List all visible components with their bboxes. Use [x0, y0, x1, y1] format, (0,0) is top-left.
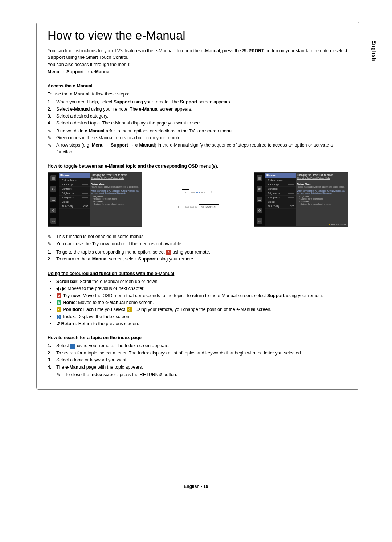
osd-icon: ▦ [50, 175, 56, 181]
section-access-heading: Access the e-Manual [48, 83, 348, 89]
a-button-icon: a [182, 189, 189, 195]
d-key-icon: } [70, 344, 75, 349]
coloured-list: Scroll bar: Scroll the e-Manual screen u… [48, 278, 348, 328]
osd-panel-left: ▦◐☁⚙▭ Picture Picture Mode Back Light Co… [48, 172, 142, 227]
osd-panel-right: ▦◐☁⚙▭ Picture Picture Mode Back Light Co… [254, 172, 348, 227]
access-steps: 1.When you need help, select Support usi… [48, 99, 348, 127]
left-arrow-icon [56, 287, 59, 291]
b-key-icon: b [57, 300, 61, 305]
osd-menu-list: Picture Picture Mode Back Light Contrast… [59, 173, 90, 226]
support-btn-label: SUPPORT [242, 48, 264, 53]
osd-content-left: Changing the Preset Picture Mode Changin… [90, 173, 142, 226]
toggle-notes: This function is not enabled in some men… [48, 233, 348, 247]
page-footer: English - 19 [0, 484, 392, 489]
arrow-left-icon: ← [176, 203, 183, 211]
arrow-right-icon: → [207, 188, 214, 196]
toggle-steps: 1.To go to the topic's corresponding men… [48, 249, 348, 263]
return-icon: ↺ [159, 371, 162, 378]
d-key-icon: } [57, 315, 61, 319]
osd-arrows: a → ← SUPPORT [146, 188, 250, 211]
side-language-tab: English [371, 40, 377, 61]
page-title: How to view the e-Manual [48, 29, 348, 42]
support-button-icon: SUPPORT [199, 204, 220, 210]
c-key-icon: { [57, 307, 61, 312]
return-icon: ↺ [56, 320, 60, 327]
search-steps: 1.Select } using your remote. The Index … [48, 342, 348, 378]
a-key-icon: a [57, 293, 61, 298]
a-key-icon: a [166, 250, 171, 255]
page-frame: English How to view the e-Manual You can… [36, 22, 359, 390]
section-toggle-heading: How to toggle between an e-Manual topic … [48, 164, 348, 169]
osd-illustration: ▦◐☁⚙▭ Picture Picture Mode Back Light Co… [48, 172, 348, 227]
intro-access-line: You can also access it through the menu: [48, 61, 348, 68]
access-notes: Blue words in e-Manual refer to menu opt… [48, 128, 348, 156]
menu-path: Menu → Support → e-Manual [48, 69, 348, 75]
osd-side-icons: ▦◐☁⚙▭ [48, 173, 59, 226]
intro-text: You can find instructions for your TV's … [48, 48, 242, 53]
intro-block: You can find instructions for your TV's … [48, 48, 348, 75]
section-search-heading: How to search for a topic on the index p… [48, 335, 348, 340]
section-coloured-heading: Using the coloured and function buttons … [48, 271, 348, 276]
